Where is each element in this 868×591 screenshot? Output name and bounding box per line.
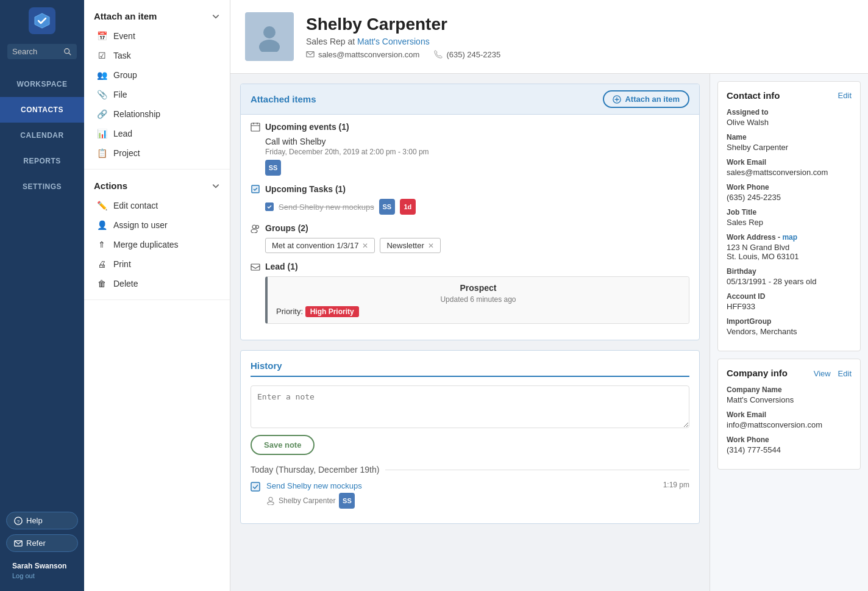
- chevron-down-icon-2: [212, 182, 220, 190]
- svg-line-2: [69, 52, 71, 55]
- attach-item-button[interactable]: Attach an item: [603, 90, 689, 108]
- calendar-icon: 📅: [96, 31, 107, 41]
- save-note-button[interactable]: Save note: [251, 435, 315, 455]
- company-view-link[interactable]: View: [814, 369, 831, 378]
- sidebar: Search WORKSPACE CONTACTS CALENDAR REPOR…: [0, 0, 84, 591]
- refer-button[interactable]: Refer: [6, 534, 78, 552]
- svg-rect-12: [251, 123, 260, 131]
- account-id-field: Account ID HFF933: [727, 292, 852, 311]
- app-logo[interactable]: [29, 7, 55, 34]
- event-date: Friday, December 20th, 2019 at 2:00 pm -…: [265, 148, 689, 156]
- attach-lead[interactable]: 📊 Lead: [84, 124, 230, 143]
- attach-section: Attach an item 📅 Event ☑ Task 👥 Group 📎 …: [84, 0, 230, 170]
- email-row: sales@mattsconversion.com: [306, 50, 419, 59]
- group-tag-remove-0[interactable]: ✕: [362, 242, 368, 250]
- event-name: Call with Shelby: [265, 137, 689, 146]
- print-icon: 🖨: [96, 259, 107, 269]
- actions-header[interactable]: Actions: [84, 176, 230, 196]
- sidebar-username: Sarah Swanson: [12, 562, 72, 570]
- attached-items-header: Attached items Attach an item: [241, 84, 699, 115]
- content-area: Attached items Attach an item Upcoming e…: [230, 74, 868, 591]
- logout-link[interactable]: Log out: [12, 572, 35, 579]
- group-tags: Met at convention 1/3/17 ✕ Newsletter ✕: [265, 238, 689, 253]
- attach-header[interactable]: Attach an item: [84, 6, 230, 26]
- sidebar-bottom: ? Help Refer Sarah Swanson Log out: [0, 506, 84, 591]
- task-icon: ☑: [96, 51, 107, 60]
- search-label: Search: [12, 47, 63, 56]
- print-action[interactable]: 🖨 Print: [84, 254, 230, 274]
- company-edit-link[interactable]: Edit: [838, 369, 852, 378]
- merge-duplicates-action[interactable]: ⇑ Merge duplicates: [84, 235, 230, 254]
- sidebar-user: Sarah Swanson Log out: [6, 557, 78, 585]
- sidebar-item-workspace[interactable]: WORKSPACE: [0, 71, 84, 97]
- history-task-link[interactable]: Send Shelby new mockups: [266, 481, 362, 490]
- contact-info-edit[interactable]: Edit: [838, 91, 852, 100]
- assigned-to-field: Assigned to Olive Walsh: [727, 108, 852, 127]
- edit-icon: ✏️: [96, 201, 107, 210]
- upcoming-tasks-title: Upcoming Tasks (1): [251, 184, 689, 194]
- sidebar-item-reports[interactable]: REPORTS: [0, 148, 84, 174]
- history-item-meta: Shelby Carpenter SS: [266, 493, 657, 509]
- task-name: Send Shelby new mockups: [279, 202, 374, 212]
- company-email-field: Work Email info@mattsconversion.com: [727, 410, 852, 429]
- lead-priority: Priority: High Priority: [276, 306, 680, 317]
- map-link[interactable]: map: [782, 233, 797, 242]
- attach-file[interactable]: 📎 File: [84, 85, 230, 104]
- company-info-card: Company info View Edit Company Name Matt…: [717, 359, 861, 470]
- email-icon: [306, 50, 315, 59]
- assign-icon: 👤: [96, 220, 107, 230]
- attach-relationship[interactable]: 🔗 Relationship: [84, 104, 230, 124]
- task-badge-2: 1d: [400, 199, 416, 215]
- delete-action[interactable]: 🗑 Delete: [84, 274, 230, 293]
- company-info-title: Company info: [727, 368, 788, 378]
- search-bar[interactable]: Search: [7, 44, 77, 59]
- profile-subtitle: Sales Rep at Matt's Conversions: [306, 37, 500, 46]
- sidebar-item-settings[interactable]: SETTINGS: [0, 174, 84, 199]
- check-icon: [266, 204, 272, 210]
- delete-icon: 🗑: [96, 279, 107, 288]
- phone-icon: [434, 50, 443, 59]
- lead-title: Lead (1): [251, 262, 689, 271]
- actions-panel: Attach an item 📅 Event ☑ Task 👥 Group 📎 …: [84, 0, 230, 591]
- profile-info: Shelby Carpenter Sales Rep at Matt's Con…: [306, 15, 500, 59]
- groups-content: Met at convention 1/3/17 ✕ Newsletter ✕: [251, 238, 689, 253]
- event-badge: SS: [265, 160, 281, 176]
- lead-content: Prospect Updated 6 minutes ago Priority:…: [251, 276, 689, 324]
- lead-status: Prospect: [276, 283, 680, 293]
- upcoming-events-content: Call with Shelby Friday, December 20th, …: [251, 137, 689, 176]
- history-day-header: Today (Thursday, December 19th): [251, 465, 689, 475]
- group-icon: 👥: [96, 70, 107, 80]
- contact-info-title: Contact info: [727, 90, 780, 101]
- company-phone-field: Work Phone (314) 777-5544: [727, 435, 852, 454]
- attach-task[interactable]: ☑ Task: [84, 46, 230, 65]
- edit-contact-action[interactable]: ✏️ Edit contact: [84, 196, 230, 215]
- svg-rect-21: [251, 482, 260, 491]
- phone-row: (635) 245-2235: [434, 50, 500, 59]
- company-link[interactable]: Matt's Conversions: [357, 37, 430, 46]
- lead-updated: Updated 6 minutes ago: [276, 295, 680, 304]
- note-textarea[interactable]: [251, 385, 689, 428]
- upcoming-tasks-section: Upcoming Tasks (1) Send Shelby new mocku…: [251, 184, 689, 215]
- project-icon: 📋: [96, 148, 107, 158]
- svg-point-23: [268, 502, 274, 505]
- task-checkbox[interactable]: [265, 202, 274, 211]
- work-phone-field: Work Phone (635) 245-2235: [727, 183, 852, 202]
- right-panel: Contact info Edit Assigned to Olive Wals…: [710, 74, 868, 591]
- sidebar-item-calendar[interactable]: CALENDAR: [0, 123, 84, 148]
- sidebar-item-contacts[interactable]: CONTACTS: [0, 97, 84, 123]
- attach-project[interactable]: 📋 Project: [84, 143, 230, 163]
- history-checkbox[interactable]: [251, 482, 260, 492]
- assign-to-user-action[interactable]: 👤 Assign to user: [84, 215, 230, 235]
- attached-items-title: Attached items: [251, 94, 316, 104]
- birthday-field: Birthday 05/13/1991 - 28 years old: [727, 267, 852, 286]
- person-icon: [266, 496, 275, 505]
- profile-name: Shelby Carpenter: [306, 15, 500, 34]
- main-content: Shelby Carpenter Sales Rep at Matt's Con…: [230, 0, 868, 591]
- upcoming-events-title: Upcoming events (1): [251, 122, 689, 132]
- group-tag-remove-1[interactable]: ✕: [428, 242, 434, 250]
- attach-event[interactable]: 📅 Event: [84, 26, 230, 46]
- help-button[interactable]: ? Help: [6, 512, 78, 529]
- attach-group[interactable]: 👥 Group: [84, 65, 230, 85]
- events-icon: [251, 122, 260, 132]
- import-group-field: ImportGroup Vendors, Merchants: [727, 317, 852, 336]
